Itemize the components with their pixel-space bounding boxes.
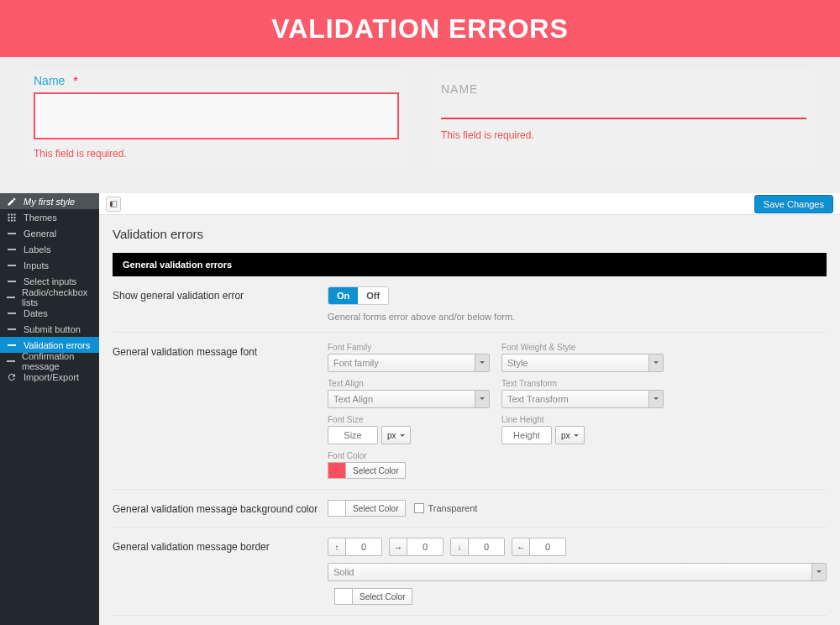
color-swatch[interactable] — [328, 500, 346, 517]
unit-text: px — [561, 431, 570, 440]
mini-label: Font Size — [328, 415, 490, 424]
sidebar-item-label: Confirmation message — [22, 351, 92, 371]
sidebar: My first style ThemesGeneralLabelsInputs… — [0, 193, 99, 625]
page-title: Validation errors — [113, 227, 827, 241]
svg-rect-5 — [14, 217, 16, 218]
row-border: General validation message border ↑→↓←So… — [113, 528, 827, 616]
row-bg-color: General validation message background co… — [113, 490, 827, 528]
sidebar-item-label: Themes — [24, 213, 57, 223]
sidebar-item-submit-button[interactable]: Submit button — [0, 321, 99, 337]
minus-icon — [7, 312, 17, 314]
transparent-checkbox[interactable] — [414, 503, 424, 513]
unit-text: px — [387, 431, 396, 440]
sidebar-item-validation-errors[interactable]: Validation errors — [0, 337, 99, 353]
value-input[interactable] — [407, 538, 444, 556]
color-swatch[interactable] — [334, 588, 353, 605]
field-label: NAME — [441, 82, 806, 96]
grid-icon — [7, 213, 17, 223]
value-input[interactable] — [529, 538, 566, 556]
select-color-button[interactable]: Select Color — [345, 462, 406, 479]
checkbox-label: Transparent — [428, 503, 477, 513]
select-color-button[interactable]: Select Color — [352, 588, 412, 605]
toggle-on[interactable]: On — [328, 287, 358, 304]
minus-icon — [7, 344, 17, 346]
toggle-sidebar-button[interactable] — [106, 197, 121, 212]
text-align-select[interactable]: Text Align — [328, 390, 490, 408]
select-placeholder: Text Align — [333, 394, 373, 404]
setting-hint: General forms error above and/or below f… — [328, 312, 827, 322]
svg-rect-6 — [8, 219, 10, 221]
font-family-select[interactable]: Font family — [328, 354, 490, 372]
svg-rect-3 — [8, 217, 10, 218]
save-changes-button[interactable]: Save Changes — [754, 195, 833, 213]
sidebar-item-label: Dates — [24, 308, 48, 318]
sidebar-title[interactable]: My first style — [0, 193, 99, 209]
mini-label: Font Family — [328, 343, 490, 352]
field-label-text: Name — [34, 74, 65, 87]
sidebar-item-label: General — [24, 228, 56, 239]
section-general-errors: General validation errors — [113, 253, 827, 276]
sidebar-item-label: Labels — [24, 244, 50, 255]
mini-label: Line Height — [501, 415, 664, 424]
mini-label: Font Color — [328, 451, 490, 460]
select-value: Solid — [333, 567, 354, 577]
select-placeholder: Font family — [333, 358, 379, 368]
line-height-unit-select[interactable]: px — [555, 426, 585, 444]
sidebar-item-confirmation-message[interactable]: Confirmation message — [0, 353, 99, 369]
required-asterisk: * — [73, 74, 77, 87]
sidebar-item-label: Select inputs — [24, 276, 76, 286]
sidebar-title-text: My first style — [24, 197, 75, 207]
svg-rect-1 — [11, 213, 13, 215]
border-style-select[interactable]: Solid — [328, 563, 827, 581]
underline-input-error-state[interactable] — [441, 118, 806, 119]
svg-rect-2 — [14, 213, 16, 215]
line-height-input[interactable] — [501, 426, 552, 444]
sidebar-item-themes[interactable]: Themes — [0, 209, 99, 225]
sidebar-item-labels[interactable]: Labels — [0, 241, 99, 257]
mini-label: Text Align — [328, 379, 490, 388]
arrow-left-button[interactable]: ← — [512, 538, 530, 556]
sidebar-item-label: Import/Export — [24, 372, 79, 382]
select-color-button[interactable]: Select Color — [345, 500, 406, 517]
minus-icon — [7, 233, 17, 234]
setting-label: General validation message background co… — [113, 500, 328, 517]
toggle-off[interactable]: Off — [358, 287, 388, 304]
arrow-up-button[interactable]: ↑ — [328, 538, 346, 556]
sidebar-item-label: Inputs — [24, 260, 49, 270]
font-size-unit-select[interactable]: px — [381, 426, 411, 444]
font-weight-select[interactable]: Style — [501, 354, 664, 372]
color-swatch[interactable] — [328, 462, 346, 479]
text-input-error-state[interactable] — [34, 92, 399, 139]
setting-label: Show general validation error — [113, 286, 328, 322]
minus-icon — [7, 297, 15, 298]
toggle-on-off[interactable]: On Off — [328, 286, 389, 305]
hero-title: VALIDATION ERRORS — [271, 13, 569, 45]
toolbar: Save Changes — [99, 193, 840, 215]
preview-row: Name * This field is required. NAME This… — [0, 57, 840, 193]
row-show-general-error: Show general validation error On Off Gen… — [113, 276, 827, 333]
sidebar-item-radio-checkbox-lists[interactable]: Radio/checkbox lists — [0, 289, 99, 305]
error-message: This field is required. — [441, 129, 806, 141]
minus-icon — [7, 281, 17, 282]
minus-icon — [7, 265, 17, 266]
minus-icon — [7, 249, 17, 250]
sidebar-item-dates[interactable]: Dates — [0, 305, 99, 321]
mini-label: Text Transform — [501, 379, 664, 388]
preview-card-underline: NAME This field is required. — [433, 70, 815, 168]
content-area: Save Changes Validation errors General v… — [99, 193, 840, 625]
sidebar-item-import-export[interactable]: Import/Export — [0, 369, 99, 385]
svg-rect-8 — [14, 219, 16, 221]
svg-rect-7 — [11, 219, 13, 221]
arrow-down-button[interactable]: ↓ — [450, 538, 469, 556]
value-input[interactable] — [345, 538, 382, 556]
sidebar-item-inputs[interactable]: Inputs — [0, 257, 99, 273]
minus-icon — [7, 328, 17, 330]
value-input[interactable] — [468, 538, 505, 556]
sidebar-item-label: Validation errors — [24, 340, 90, 350]
setting-label: General validation message font — [113, 343, 328, 479]
sidebar-item-general[interactable]: General — [0, 225, 99, 241]
text-transform-select[interactable]: Text Transform — [501, 390, 664, 408]
font-size-input[interactable] — [328, 426, 378, 444]
arrow-right-button[interactable]: → — [389, 538, 407, 556]
preview-card-boxed: Name * This field is required. — [25, 70, 407, 168]
